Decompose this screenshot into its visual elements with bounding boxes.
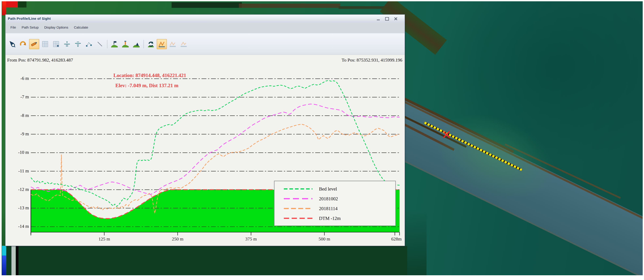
x-tick-label: 125 m xyxy=(98,236,110,242)
profile-faded-2-icon xyxy=(180,40,187,48)
menu-file[interactable]: File xyxy=(10,25,16,29)
x-tick-label: 375 m xyxy=(245,236,257,242)
colorbar-blue-segment xyxy=(2,256,6,275)
y-tick-label: -7 m xyxy=(7,94,29,99)
grid-view-icon xyxy=(42,40,49,48)
close-button[interactable] xyxy=(394,17,398,21)
legend-item: Bed level xyxy=(284,184,396,194)
y-tick-label: -14 m xyxy=(7,224,29,229)
pan-rotate-tool-icon xyxy=(20,40,27,48)
legend-line-sample xyxy=(284,198,312,200)
measure-tool-button[interactable] xyxy=(29,39,39,49)
draw-line-button[interactable] xyxy=(95,39,105,49)
screenshot-root: Path Profile/Line of Sight File Path Set… xyxy=(0,0,644,280)
position-readout-row: From Pos: 874791.982, 416283.487 To Pos:… xyxy=(6,56,404,65)
surface-mountain-icon xyxy=(133,40,140,48)
toolbar-separator xyxy=(107,40,107,48)
grid-select-button[interactable] xyxy=(51,39,61,49)
minimize-button[interactable] xyxy=(376,17,381,21)
y-tick-label: -13 m xyxy=(7,205,29,211)
surface-flag-icon xyxy=(111,40,118,48)
vertex-path-button[interactable] xyxy=(84,39,94,49)
cursor-elevation-annotation: Elev: -7.049 m, Dist 137.21 m xyxy=(115,83,178,88)
level-section-button[interactable] xyxy=(62,39,72,49)
level-section-alt-icon xyxy=(74,40,82,48)
legend-label: Bed level xyxy=(319,186,337,192)
map-dark-overlay-box xyxy=(18,1,26,7)
x-tick-label: 500 m xyxy=(319,236,330,242)
legend-item: 20181002 xyxy=(284,194,396,204)
legend: Bed level2018100220181114DTM -12m xyxy=(274,181,396,226)
legend-line-sample xyxy=(284,208,312,209)
map-pier-dark-column xyxy=(16,246,18,275)
swap-surface-button[interactable] xyxy=(146,39,156,49)
path-profile-window: Path Profile/Line of Sight File Path Set… xyxy=(5,14,405,246)
menu-path-setup[interactable]: Path Setup xyxy=(22,25,38,29)
from-position-readout: From Pos: 874791.982, 416283.487 xyxy=(7,57,73,63)
legend-item: 20181114 xyxy=(284,204,396,213)
map-structure-top-2 xyxy=(239,3,340,8)
profile-highlight-button[interactable] xyxy=(157,39,167,49)
toolbar xyxy=(6,33,404,55)
profile-faded-1-icon xyxy=(169,40,176,48)
y-tick-label: -11 m xyxy=(7,168,29,174)
profile-highlight-icon xyxy=(158,40,165,48)
map-structure-top-3 xyxy=(338,6,388,9)
swap-surface-icon xyxy=(147,40,154,48)
grid-view-button[interactable] xyxy=(40,39,50,49)
zoom-tool-icon xyxy=(9,40,16,48)
profile-faded-2-button[interactable] xyxy=(178,39,189,49)
surface-mountain-button[interactable] xyxy=(131,39,141,49)
y-tick-label: -8 m xyxy=(7,113,29,118)
x-tick-label: 250 m xyxy=(172,236,184,242)
menu-bar: File Path Setup Display Options Calculat… xyxy=(6,23,404,33)
maximize-button[interactable] xyxy=(385,17,389,21)
surface-flag-button[interactable] xyxy=(109,39,120,49)
level-section-alt-button[interactable] xyxy=(73,39,83,49)
legend-line-sample xyxy=(284,218,312,219)
x-tick-label: 628m xyxy=(391,236,402,242)
to-position-readout: To Pos: 875352.931, 415999.196 xyxy=(342,57,402,63)
y-tick-label: -9 m xyxy=(7,131,29,136)
grid-select-icon xyxy=(52,40,60,48)
y-tick-label: -12 m xyxy=(7,187,29,192)
vertex-path-icon xyxy=(85,40,92,48)
legend-item: DTM -12m xyxy=(284,213,396,223)
y-tick-label: -6 m xyxy=(7,76,29,81)
legend-line-sample xyxy=(284,188,312,190)
map-structure-top-1 xyxy=(172,2,242,8)
pan-rotate-tool-button[interactable] xyxy=(18,39,28,49)
profile-cursor-x-marker xyxy=(442,130,450,139)
colorbar-red-segment xyxy=(2,1,6,15)
zoom-tool-button[interactable] xyxy=(7,39,17,49)
window-titlebar[interactable]: Path Profile/Line of Sight xyxy=(6,15,404,23)
map-area-below-window xyxy=(6,246,407,275)
window-title: Path Profile/Line of Sight xyxy=(8,17,51,20)
surface-marker-icon xyxy=(122,40,129,48)
y-tick-label: -10 m xyxy=(7,150,29,155)
legend-label: 20181114 xyxy=(319,206,338,211)
map-pier-light-column xyxy=(12,246,16,275)
toolbar-separator xyxy=(144,40,144,48)
colorbar-cyan-segment xyxy=(2,246,6,256)
menu-calculate[interactable]: Calculate xyxy=(74,25,88,29)
legend-label: DTM -12m xyxy=(319,216,341,221)
measure-tool-icon xyxy=(30,40,38,48)
menu-display-options[interactable]: Display Options xyxy=(44,25,68,29)
legend-label: 20181002 xyxy=(319,196,338,202)
level-section-icon xyxy=(64,40,70,48)
cursor-location-annotation: Location: 874914.448, 416221.421 xyxy=(114,72,186,78)
draw-line-icon xyxy=(96,40,104,48)
profile-faded-1-button[interactable] xyxy=(168,39,178,49)
surface-marker-button[interactable] xyxy=(120,39,130,49)
